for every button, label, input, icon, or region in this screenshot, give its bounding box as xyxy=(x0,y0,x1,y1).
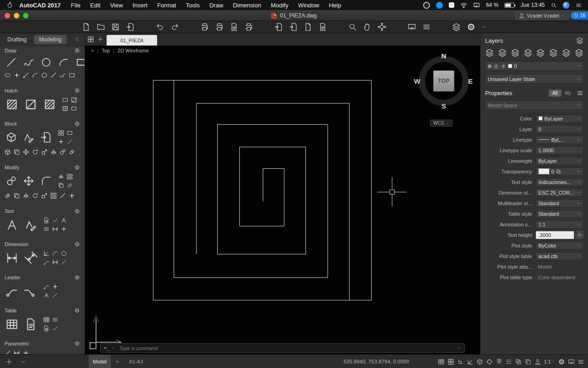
transparency-input[interactable]: 0 xyxy=(536,167,583,176)
dimensional-constraint-tool[interactable] xyxy=(13,350,20,354)
layout-tab-a1-a3[interactable]: A1-A3 xyxy=(129,355,143,368)
gradient-small-tool[interactable] xyxy=(71,97,77,103)
viewcube-north[interactable]: N xyxy=(441,52,447,60)
radius-dimension-tool[interactable] xyxy=(52,250,58,257)
construction-line-tool[interactable] xyxy=(50,72,57,79)
continue-dimension-tool[interactable] xyxy=(61,259,67,265)
lock-icon[interactable] xyxy=(493,63,499,69)
block-line-tool[interactable] xyxy=(67,138,73,145)
model-tab[interactable]: Model xyxy=(89,355,111,368)
layer-unisolate-icon[interactable] xyxy=(536,48,545,57)
white-app-status-icon[interactable] xyxy=(449,2,454,8)
text-style-dropdown[interactable]: Indicaciones... xyxy=(536,178,583,186)
mirror-small-tool[interactable] xyxy=(23,192,29,199)
menu-format[interactable]: Format xyxy=(157,2,176,9)
point-tool[interactable] xyxy=(13,72,20,79)
insert-block-tool[interactable] xyxy=(6,132,17,143)
toolbar-overflow-chevron-icon[interactable] xyxy=(481,24,486,29)
add-leader-tool[interactable] xyxy=(24,285,37,298)
polar-tracking-icon[interactable] xyxy=(467,358,474,365)
drawing-canvas[interactable]: + | Top | 2D Wireframe N E S W TOP WCS xyxy=(85,46,480,354)
block-small-6[interactable] xyxy=(50,149,57,155)
collapse-palette-icon[interactable] xyxy=(74,36,80,42)
viewcube-west[interactable]: W xyxy=(414,77,420,85)
leader-collect-tool[interactable] xyxy=(52,283,58,290)
signed-in-user-menu[interactable]: Vzadel Vzadel xyxy=(515,11,569,20)
text-align-tool[interactable] xyxy=(43,226,50,232)
menu-window[interactable]: Window xyxy=(298,2,319,9)
scale-tool[interactable] xyxy=(41,192,48,199)
siri-icon[interactable] xyxy=(563,2,570,9)
notification-center-icon[interactable] xyxy=(576,2,582,8)
isometric-drafting-icon[interactable] xyxy=(476,358,483,365)
angular-dimension-tool[interactable] xyxy=(43,250,50,257)
region-small-tool[interactable] xyxy=(71,105,77,112)
copy-tool[interactable] xyxy=(58,182,64,189)
add-layout-button[interactable]: + xyxy=(116,355,119,368)
line-tool[interactable] xyxy=(6,57,17,68)
dimension-style-dropdown[interactable]: ESC 25_COR... xyxy=(536,189,583,197)
copy-small-tool[interactable] xyxy=(13,192,20,199)
new-tab-icon[interactable] xyxy=(97,36,103,42)
etransmit-icon[interactable] xyxy=(304,23,312,31)
block-small-2[interactable] xyxy=(13,149,20,155)
layers-icon[interactable] xyxy=(576,37,583,44)
new-drawing-icon[interactable] xyxy=(82,23,90,31)
menu-draw[interactable]: Draw xyxy=(209,2,223,9)
menu-dimension[interactable]: Dimension xyxy=(233,2,261,9)
lineweight-display-icon[interactable] xyxy=(505,358,512,365)
offset-tool[interactable] xyxy=(6,175,17,187)
trim-tool[interactable] xyxy=(59,192,66,199)
arc-3point-tool[interactable] xyxy=(32,72,39,79)
mirror-tool[interactable] xyxy=(58,173,64,180)
new-layer-icon[interactable] xyxy=(498,48,507,57)
wcs-selector[interactable]: WCS xyxy=(430,120,452,126)
menu-edit[interactable]: Edit xyxy=(90,2,100,9)
erase-small-tool[interactable] xyxy=(4,192,11,199)
layer-dropdown[interactable]: 0 xyxy=(536,125,583,133)
space-selector[interactable]: Model Space xyxy=(485,100,583,110)
move-tool[interactable] xyxy=(23,175,34,187)
system-variable-icon[interactable] xyxy=(422,23,431,31)
undo-icon[interactable] xyxy=(156,23,164,31)
snap-mode-icon[interactable] xyxy=(447,358,454,365)
plot-style-table-dropdown[interactable]: acad.ctb xyxy=(536,252,583,260)
arc-tool[interactable] xyxy=(58,57,69,68)
table-style-tool[interactable] xyxy=(43,316,50,323)
hatch-tool[interactable] xyxy=(6,98,18,111)
block-array-tool[interactable] xyxy=(58,130,64,136)
command-input[interactable]: Type a command xyxy=(119,345,457,351)
share-icon[interactable] xyxy=(318,23,327,31)
page-setup-icon[interactable] xyxy=(230,23,238,31)
layer-freeze-icon[interactable] xyxy=(549,48,558,57)
annotation-scale-dropdown[interactable]: 1:1 xyxy=(536,220,583,229)
gear-icon[interactable] xyxy=(74,88,80,93)
chevron-down-icon[interactable] xyxy=(111,346,115,350)
creative-cloud-icon[interactable] xyxy=(423,2,430,9)
menu-modify[interactable]: Modify xyxy=(271,2,288,9)
mtext-tool[interactable] xyxy=(6,218,18,231)
array-tool[interactable] xyxy=(67,173,73,180)
command-history-chevron-icon[interactable] xyxy=(457,346,461,351)
batch-plot-icon[interactable] xyxy=(244,23,253,31)
text-height-quick-button[interactable] xyxy=(576,231,583,239)
palette-options-chevron-icon[interactable] xyxy=(20,359,26,364)
text-scale-tool[interactable] xyxy=(52,226,58,232)
command-line[interactable]: >_ Type a command xyxy=(100,343,465,353)
rectangle-tool[interactable] xyxy=(75,57,85,68)
menu-view[interactable]: View xyxy=(110,2,123,9)
erase-tool[interactable] xyxy=(67,182,73,189)
annotation-monitor-icon[interactable] xyxy=(568,358,575,365)
layer-isolate-icon[interactable] xyxy=(524,48,532,57)
layer-state-icon[interactable] xyxy=(511,48,520,57)
viewcube-top-face[interactable]: TOP xyxy=(433,70,454,92)
donut-tool[interactable] xyxy=(41,72,48,79)
freeze-snowflake-icon[interactable] xyxy=(501,63,506,69)
spotlight-search-icon[interactable] xyxy=(551,2,557,8)
layer-off-icon[interactable] xyxy=(575,48,583,57)
filter-my-button[interactable]: My xyxy=(562,90,574,97)
layer-lock-icon[interactable] xyxy=(562,48,571,57)
rotate-tool[interactable] xyxy=(32,192,39,199)
trial-days-badge[interactable]: 16 xyxy=(571,12,588,19)
workspace-switching-icon[interactable] xyxy=(558,358,565,365)
